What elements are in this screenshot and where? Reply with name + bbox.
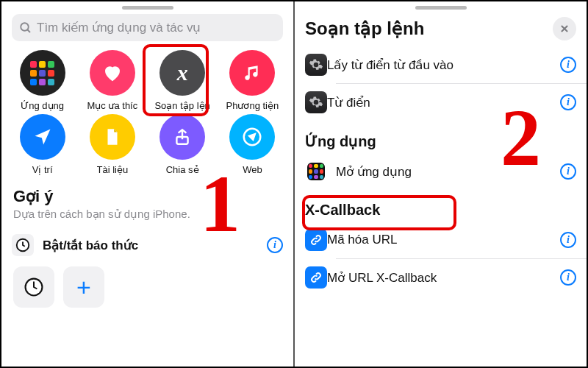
add-suggestion-button[interactable]: + bbox=[63, 266, 104, 308]
script-icon: x bbox=[177, 60, 188, 85]
category-location[interactable]: Vị trí bbox=[7, 114, 77, 175]
info-icon[interactable]: i bbox=[560, 232, 576, 248]
info-icon[interactable]: i bbox=[267, 237, 283, 253]
share-icon bbox=[173, 127, 192, 146]
link-icon bbox=[305, 229, 327, 251]
close-icon bbox=[559, 24, 570, 34]
row-get-dictionary[interactable]: Lấy từ điển từ đầu vào i bbox=[295, 46, 587, 83]
category-sharing[interactable]: Chia sẻ bbox=[148, 114, 218, 175]
xcallback-group-header: X-Callback bbox=[295, 190, 587, 222]
sheet-title: Soạn tập lệnh bbox=[305, 18, 553, 39]
search-field[interactable]: Tìm kiếm ứng dụng và tác vụ bbox=[12, 14, 283, 41]
apps-icon bbox=[305, 160, 327, 183]
info-icon[interactable]: i bbox=[560, 57, 576, 73]
clock-app-icon bbox=[12, 234, 34, 256]
music-icon bbox=[243, 63, 262, 82]
clock-icon bbox=[23, 276, 45, 298]
dictionary-group: Lấy từ điển từ đầu vào i Từ điển i bbox=[295, 46, 587, 121]
clock-app-button[interactable] bbox=[13, 266, 54, 308]
suggestion-alarm-label: Bật/tắt báo thức bbox=[43, 238, 267, 253]
row-open-app[interactable]: Mở ứng dụng i bbox=[295, 153, 587, 190]
search-placeholder: Tìm kiếm ứng dụng và tác vụ bbox=[37, 20, 201, 35]
search-icon bbox=[19, 21, 32, 35]
row-open-url-xcallback[interactable]: Mở URL X-Callback i bbox=[295, 259, 587, 296]
category-apps[interactable]: Ứng dụng bbox=[7, 50, 77, 111]
category-web[interactable]: Web bbox=[218, 114, 287, 175]
category-media[interactable]: Phương tiện bbox=[218, 50, 287, 111]
gear-icon bbox=[305, 54, 327, 76]
gear-icon bbox=[305, 91, 327, 113]
compass-icon bbox=[241, 126, 263, 148]
info-icon[interactable]: i bbox=[560, 94, 576, 110]
document-icon bbox=[103, 127, 122, 146]
location-icon bbox=[32, 127, 53, 147]
left-screenshot: Tìm kiếm ứng dụng và tác vụ Ứng dụng bbox=[1, 1, 293, 367]
category-documents[interactable]: Tài liệu bbox=[77, 114, 147, 175]
sheet-grabber[interactable] bbox=[122, 6, 173, 10]
svg-line-1 bbox=[27, 29, 30, 32]
close-button[interactable] bbox=[553, 17, 576, 40]
heart-icon bbox=[101, 62, 123, 84]
suggestions-header: Gợi ý bbox=[13, 187, 282, 206]
plus-icon: + bbox=[76, 275, 91, 300]
row-url-encode[interactable]: Mã hóa URL i bbox=[295, 222, 587, 258]
category-grid: Ứng dụng Mục ưa thíc x Soạn tập lện Phươ… bbox=[1, 49, 293, 177]
info-icon[interactable]: i bbox=[560, 163, 576, 180]
suggestions-sub: Dựa trên cách bạn sử dụng iPhone. bbox=[13, 208, 282, 221]
row-dictionary[interactable]: Từ điển i bbox=[295, 84, 587, 121]
apps-group-header: Ứng dụng bbox=[295, 121, 587, 153]
suggestion-alarm-row[interactable]: Bật/tắt báo thức i bbox=[1, 228, 293, 262]
link-icon bbox=[305, 266, 327, 289]
apps-icon bbox=[30, 61, 54, 85]
category-favorites[interactable]: Mục ưa thíc bbox=[77, 50, 147, 111]
category-scripting[interactable]: x Soạn tập lện bbox=[148, 50, 218, 111]
right-screenshot: Soạn tập lệnh Lấy từ điển từ đầu vào i T… bbox=[295, 1, 587, 367]
sheet-grabber[interactable] bbox=[415, 6, 467, 10]
svg-point-0 bbox=[21, 23, 29, 31]
info-icon[interactable]: i bbox=[560, 269, 576, 286]
